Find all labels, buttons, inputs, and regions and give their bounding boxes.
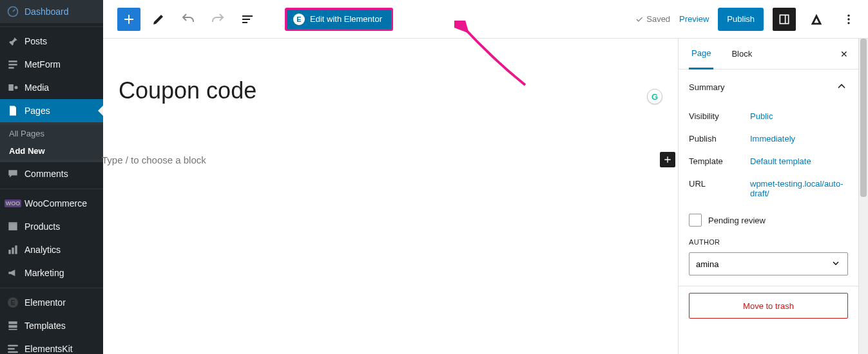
- dashboard-icon: [6, 5, 19, 18]
- settings-tabs: Page Block ✕: [679, 39, 858, 70]
- media-icon: [6, 81, 19, 94]
- sidebar-item-dashboard[interactable]: Dashboard: [0, 0, 103, 23]
- row-template: Template Default template: [679, 150, 858, 172]
- check-icon: [635, 15, 644, 24]
- sidebar-sub-all-pages[interactable]: All Pages: [0, 125, 103, 142]
- sidebar-item-label: Comments: [24, 169, 68, 179]
- svg-rect-7: [8, 250, 10, 254]
- edit-mode-button[interactable]: [147, 8, 170, 31]
- grammarly-icon[interactable]: G: [647, 89, 662, 104]
- sidebar-item-label: Marketing: [24, 268, 64, 278]
- products-icon: [6, 220, 19, 233]
- sidebar-item-marketing[interactable]: Marketing: [0, 261, 103, 284]
- editor-canvas[interactable]: Coupon code G Type / to choose a block: [103, 39, 678, 354]
- sidebar-item-label: Posts: [24, 36, 47, 46]
- svg-point-14: [847, 14, 849, 16]
- svg-rect-3: [8, 67, 14, 69]
- sidebar-item-products[interactable]: Products: [0, 215, 103, 238]
- url-label: URL: [689, 179, 750, 198]
- svg-rect-1: [8, 61, 17, 62]
- move-to-trash-button[interactable]: Move to trash: [689, 293, 848, 319]
- sidebar-item-label: Pages: [24, 106, 50, 116]
- svg-rect-8: [12, 248, 14, 254]
- sidebar-sub-add-new[interactable]: Add New: [0, 142, 103, 160]
- top-toolbar: E Edit with Elementor Saved Preview Publ…: [103, 0, 868, 39]
- svg-point-15: [847, 18, 849, 20]
- options-button[interactable]: [837, 8, 860, 31]
- document-overview-button[interactable]: [236, 8, 259, 31]
- add-block-button[interactable]: [660, 152, 675, 167]
- author-label: AUTHOR: [679, 236, 858, 248]
- page-title[interactable]: Coupon code: [119, 77, 659, 104]
- admin-sidebar: Dashboard Posts MetForm Media Pages All …: [0, 0, 103, 354]
- author-value: amina: [696, 259, 719, 269]
- preview-link[interactable]: Preview: [679, 14, 709, 24]
- sidebar-item-analytics[interactable]: Analytics: [0, 238, 103, 261]
- analytics-icon: [6, 243, 19, 256]
- pending-review-row: Pending review: [679, 205, 858, 236]
- pending-review-checkbox[interactable]: [689, 214, 702, 227]
- publish-button[interactable]: Publish: [718, 8, 764, 31]
- edit-with-elementor-button[interactable]: E Edit with Elementor: [285, 8, 393, 31]
- sidebar-item-label: Media: [24, 82, 49, 93]
- visibility-value[interactable]: Public: [750, 111, 848, 121]
- tab-block[interactable]: Block: [729, 39, 755, 70]
- svg-point-16: [847, 22, 849, 24]
- template-label: Template: [689, 156, 750, 166]
- sidebar-item-label: Templates: [24, 321, 66, 331]
- svg-rect-10: [8, 321, 17, 324]
- publish-value[interactable]: Immediately: [750, 134, 848, 144]
- vertical-scrollbar[interactable]: [858, 39, 868, 354]
- block-placeholder[interactable]: Type / to choose a block: [102, 154, 206, 165]
- sidebar-item-posts[interactable]: Posts: [0, 30, 103, 53]
- close-panel-button[interactable]: ✕: [840, 49, 848, 59]
- sidebar-item-comments[interactable]: Comments: [0, 162, 103, 185]
- astra-button[interactable]: [805, 8, 828, 31]
- form-icon: [6, 58, 19, 71]
- tab-page[interactable]: Page: [689, 39, 713, 70]
- svg-rect-12: [8, 329, 17, 330]
- chevron-up-icon: [835, 80, 848, 95]
- inserter-button[interactable]: [117, 8, 140, 31]
- summary-panel-toggle[interactable]: Summary: [679, 70, 858, 105]
- undo-button[interactable]: [177, 8, 200, 31]
- sidebar-item-templates[interactable]: Templates: [0, 314, 103, 337]
- templates-icon: [6, 319, 19, 332]
- author-select[interactable]: amina: [689, 252, 848, 275]
- settings-panel-toggle[interactable]: [773, 8, 796, 31]
- sidebar-item-label: Products: [24, 221, 60, 232]
- visibility-label: Visibility: [689, 111, 750, 121]
- sidebar-item-metform[interactable]: MetForm: [0, 53, 103, 76]
- template-value[interactable]: Default template: [750, 156, 848, 166]
- woo-icon: WOO: [6, 197, 19, 210]
- sidebar-item-woocommerce[interactable]: WOO WooCommerce: [0, 192, 103, 215]
- pending-review-label: Pending review: [708, 216, 766, 225]
- redo-button[interactable]: [206, 8, 229, 31]
- sidebar-item-label: ElementsKit: [24, 344, 73, 354]
- svg-rect-6: [8, 222, 17, 224]
- comments-icon: [6, 167, 19, 180]
- sidebar-item-elementskit[interactable]: ElementsKit: [0, 337, 103, 354]
- settings-panel: Page Block ✕ Summary Visibility Public P…: [678, 39, 858, 354]
- elementor-badge-icon: E: [293, 14, 305, 25]
- elementor-icon: E: [6, 296, 19, 309]
- page-icon: [6, 104, 19, 117]
- publish-label: Publish: [689, 134, 750, 144]
- sidebar-item-label: Analytics: [24, 245, 61, 255]
- sidebar-item-label: MetForm: [24, 59, 61, 70]
- svg-rect-9: [15, 245, 17, 254]
- svg-rect-11: [8, 325, 17, 328]
- url-value[interactable]: wpmet-testing.local/auto-draft/: [750, 179, 848, 198]
- svg-rect-2: [8, 64, 17, 66]
- svg-rect-13: [780, 15, 788, 23]
- sidebar-item-elementor[interactable]: E Elementor: [0, 291, 103, 314]
- chevron-down-icon: [831, 258, 841, 270]
- summary-heading: Summary: [689, 82, 725, 92]
- sidebar-item-label: Elementor: [24, 297, 66, 308]
- sidebar-item-pages[interactable]: Pages: [0, 99, 103, 122]
- svg-rect-5: [8, 224, 17, 230]
- row-publish: Publish Immediately: [679, 127, 858, 150]
- sidebar-item-label: Dashboard: [24, 6, 69, 17]
- sidebar-item-media[interactable]: Media: [0, 76, 103, 99]
- pin-icon: [6, 35, 19, 48]
